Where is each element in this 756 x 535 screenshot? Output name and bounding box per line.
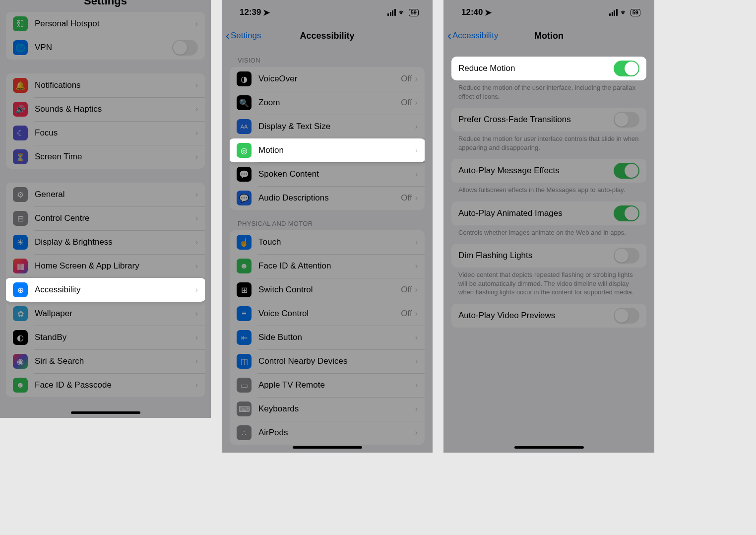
row-label: Control Nearby Devices: [258, 356, 415, 366]
nav-header: ‹ Accessibility Motion: [443, 25, 654, 47]
switch-control-icon: ⊞: [237, 282, 252, 297]
motion-row-dim-flashing-lights[interactable]: Dim Flashing Lights: [451, 244, 646, 268]
settings-row-wallpaper[interactable]: ✿Wallpaper›: [6, 302, 205, 326]
sounds-haptics-icon: 🔊: [13, 102, 28, 117]
settings-row-standby[interactable]: ◐StandBy›: [6, 326, 205, 349]
settings-row-screen-time[interactable]: ⏳Screen Time›: [6, 145, 205, 169]
motion-row-auto-play-video-previews[interactable]: Auto-Play Video Previews: [451, 304, 646, 328]
row-label: Display & Text Size: [258, 122, 415, 132]
chevron-right-icon: ›: [415, 170, 418, 179]
chevron-right-icon: ›: [195, 214, 198, 223]
home-indicator[interactable]: [514, 446, 584, 449]
section-header: PHYSICAL AND MOTOR: [222, 210, 433, 230]
toggle[interactable]: [614, 112, 639, 128]
row-label: Dim Flashing Lights: [458, 251, 614, 261]
motion-row-auto-play-message-effects[interactable]: Auto-Play Message Effects: [451, 159, 646, 183]
settings-row-siri-search[interactable]: ◉Siri & Search›: [6, 349, 205, 373]
settings-row-focus[interactable]: ☾Focus›: [6, 121, 205, 145]
row-label: Touch: [258, 237, 415, 247]
battery-icon: 59: [630, 9, 640, 16]
settings-row-control-centre[interactable]: ⊟Control Centre›: [6, 206, 205, 230]
accessibility-row-airpods[interactable]: ∴AirPods›: [230, 421, 425, 445]
chevron-right-icon: ›: [415, 357, 418, 366]
row-label: Notifications: [35, 80, 195, 90]
home-indicator[interactable]: [293, 446, 362, 449]
accessibility-row-keyboards[interactable]: ⌨Keyboards›: [230, 397, 425, 421]
location-icon: ➤: [485, 7, 492, 18]
row-value: Off: [401, 74, 412, 84]
chevron-right-icon: ›: [195, 129, 198, 137]
home-indicator[interactable]: [71, 411, 140, 414]
accessibility-row-control-nearby-devices[interactable]: ◫Control Nearby Devices›: [230, 349, 425, 373]
accessibility-row-side-button[interactable]: ⇤Side Button›: [230, 326, 425, 349]
wifi-icon: ᯤ: [621, 8, 628, 16]
status-time: 12:40: [461, 7, 483, 17]
back-button[interactable]: ‹ Accessibility: [443, 29, 499, 43]
toggle[interactable]: [614, 205, 639, 221]
motion-row-prefer-cross-fade-transitions[interactable]: Prefer Cross-Fade Transitions: [451, 108, 646, 132]
section-header: VISION: [222, 47, 433, 67]
chevron-right-icon: ›: [195, 190, 198, 199]
accessibility-row-voiceover[interactable]: ◑VoiceOverOff›: [230, 67, 425, 91]
toggle[interactable]: [614, 163, 639, 179]
status-bar: 12:39 ➤ ᯤ 59: [222, 0, 433, 25]
row-label: Siri & Search: [35, 356, 195, 366]
accessibility-row-zoom[interactable]: 🔍ZoomOff›: [230, 91, 425, 115]
row-label: Auto-Play Animated Images: [458, 208, 614, 218]
accessibility-row-voice-control[interactable]: ≡Voice ControlOff›: [230, 302, 425, 326]
accessibility-row-motion[interactable]: ◎Motion›: [230, 138, 425, 162]
motion-row-reduce-motion[interactable]: Reduce Motion: [451, 57, 646, 80]
audio-descriptions-icon: 💬: [237, 191, 252, 205]
settings-row-home-screen-app-library[interactable]: ▦Home Screen & App Library›: [6, 254, 205, 278]
home-screen-app-library-icon: ▦: [13, 259, 28, 273]
row-value: Off: [401, 193, 412, 203]
keyboards-icon: ⌨: [237, 401, 252, 416]
accessibility-row-switch-control[interactable]: ⊞Switch ControlOff›: [230, 278, 425, 302]
footer-text: Allows fullscreen effects in the Message…: [443, 183, 654, 201]
accessibility-row-spoken-content[interactable]: 💬Spoken Content›: [230, 162, 425, 186]
row-label: Spoken Content: [258, 169, 415, 179]
display-text-size-icon: AA: [237, 119, 252, 134]
accessibility-row-face-id-attention[interactable]: ☻Face ID & Attention›: [230, 254, 425, 278]
row-label: StandBy: [35, 333, 195, 342]
settings-row-personal-hotspot[interactable]: ⛓Personal Hotspot›: [6, 12, 205, 36]
row-label: Sounds & Haptics: [35, 104, 195, 114]
settings-row-accessibility[interactable]: ⊕Accessibility›: [6, 278, 205, 302]
accessibility-row-display-text-size[interactable]: AADisplay & Text Size›: [230, 115, 425, 138]
chevron-right-icon: ›: [415, 309, 418, 318]
battery-icon: 59: [409, 9, 419, 16]
row-value: Off: [401, 98, 412, 108]
settings-row-display-brightness[interactable]: ☀Display & Brightness›: [6, 230, 205, 254]
cellular-icon: [609, 9, 618, 16]
row-label: Keyboards: [258, 404, 415, 414]
row-label: VPN: [35, 43, 172, 53]
accessibility-row-touch[interactable]: ☝Touch›: [230, 230, 425, 254]
row-label: Face ID & Passcode: [35, 380, 195, 390]
chevron-right-icon: ›: [415, 238, 418, 247]
chevron-right-icon: ›: [195, 309, 198, 318]
back-button[interactable]: ‹ Settings: [222, 29, 261, 43]
page-title: Motion: [534, 31, 564, 41]
control-nearby-devices-icon: ◫: [237, 354, 252, 369]
toggle[interactable]: [614, 308, 639, 324]
row-label: Display & Brightness: [35, 237, 195, 247]
touch-icon: ☝: [237, 235, 252, 250]
row-label: Focus: [35, 128, 195, 138]
toggle[interactable]: [614, 61, 639, 76]
toggle[interactable]: [172, 40, 198, 56]
settings-row-face-id-passcode[interactable]: ☻Face ID & Passcode›: [6, 373, 205, 397]
chevron-right-icon: ›: [415, 122, 418, 131]
toggle[interactable]: [614, 248, 639, 264]
accessibility-row-audio-descriptions[interactable]: 💬Audio DescriptionsOff›: [230, 186, 425, 210]
location-icon: ➤: [263, 7, 270, 18]
settings-row-notifications[interactable]: 🔔Notifications›: [6, 73, 205, 97]
settings-row-vpn[interactable]: 🌐VPN: [6, 36, 205, 60]
motion-row-auto-play-animated-images[interactable]: Auto-Play Animated Images: [451, 201, 646, 225]
voiceover-icon: ◑: [237, 71, 252, 86]
settings-row-sounds-haptics[interactable]: 🔊Sounds & Haptics›: [6, 97, 205, 121]
row-label: Wallpaper: [35, 309, 195, 319]
row-value: Off: [401, 285, 412, 295]
settings-row-general[interactable]: ⚙General›: [6, 183, 205, 206]
accessibility-row-apple-tv-remote[interactable]: ▭Apple TV Remote›: [230, 373, 425, 397]
face-id-attention-icon: ☻: [237, 259, 252, 273]
